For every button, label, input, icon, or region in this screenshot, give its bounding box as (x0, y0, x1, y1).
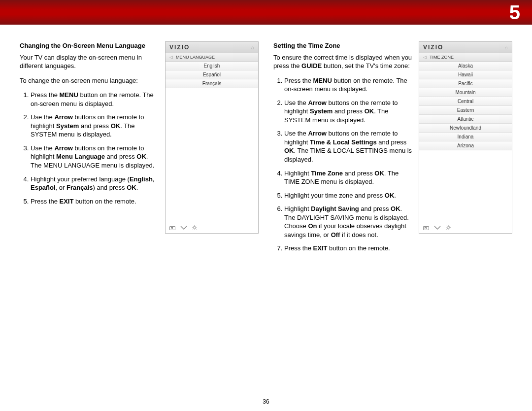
menu-footer (419, 223, 512, 233)
svg-line-8 (193, 229, 194, 230)
back-icon: ◁ (169, 55, 173, 60)
menu-title: MENU LANGUAGE (176, 55, 215, 60)
left-lead: To change the on-screen menu language: (20, 76, 159, 85)
left-intro: Your TV can display the on-screen menu i… (20, 53, 159, 70)
menu-item[interactable]: Indiana (419, 133, 512, 141)
vizio-logo: VIZIO (169, 44, 190, 51)
left-column: Changing the On-Screen Menu Language You… (20, 41, 259, 258)
svg-point-9 (447, 227, 450, 229)
chapter-header: 5 (0, 0, 532, 25)
list-item: Press the MENU button on the remote. The… (284, 76, 413, 94)
right-steps: Press the MENU button on the remote. The… (273, 76, 413, 253)
menu-item[interactable]: Eastern (419, 106, 512, 115)
menu-title: TIME ZONE (430, 55, 454, 60)
menu-item[interactable]: Newfoundland (419, 124, 512, 133)
right-column: Setting the Time Zone To ensure the corr… (273, 41, 512, 258)
left-heading: Changing the On-Screen Menu Language (20, 41, 159, 50)
left-steps: Press the MENU button on the remote. The… (20, 91, 159, 206)
svg-line-6 (196, 229, 197, 230)
menu-panel-header: VIZIO ⌂ (166, 42, 258, 53)
menu-panel-header: VIZIO ⌂ (419, 42, 512, 53)
menu-list: Alaska Hawaii Pacific Mountain Central E… (419, 62, 512, 150)
menu-item[interactable]: Pacific (419, 79, 512, 88)
menu-title-row: ◁ TIME ZONE (419, 53, 512, 62)
menu-footer (166, 223, 258, 233)
left-text: Changing the On-Screen Menu Language You… (20, 41, 159, 258)
page-number: 36 (263, 398, 269, 405)
list-item: Highlight Time Zone and press OK. The TI… (284, 169, 413, 186)
menu-list: English Español Français (166, 62, 258, 88)
menu-item[interactable]: Alaska (419, 62, 512, 70)
list-item: Press the MENU button on the remote. The… (31, 91, 159, 108)
menu-spacer (166, 88, 258, 223)
chevron-down-icon (434, 225, 441, 231)
svg-line-14 (447, 226, 447, 227)
menu-item[interactable]: Français (166, 79, 258, 88)
list-item: Use the Arrow buttons on the remote to h… (284, 129, 413, 164)
menu-item[interactable]: Hawaii (419, 70, 512, 79)
svg-line-15 (450, 229, 450, 230)
svg-line-17 (447, 229, 447, 230)
list-item: Highlight your time zone and press OK. (284, 191, 413, 200)
svg-line-5 (193, 226, 194, 227)
time-zone-panel: VIZIO ⌂ ◁ TIME ZONE Alaska Hawaii Pacifi… (419, 41, 512, 234)
list-item: Use the Arrow buttons on the remote to h… (284, 99, 413, 125)
menu-title-row: ◁ MENU LANGUAGE (166, 53, 258, 62)
list-item: Use the Arrow buttons on the remote to h… (31, 113, 159, 139)
home-icon: ⌂ (505, 45, 508, 50)
menu-spacer (419, 150, 512, 223)
list-item: Highlight your preferred language (Engli… (31, 175, 159, 192)
right-text: Setting the Time Zone To ensure the corr… (273, 41, 413, 258)
menu-item[interactable]: Atlantic (419, 115, 512, 124)
wide-icon (423, 226, 429, 230)
svg-point-0 (194, 227, 196, 229)
vizio-logo: VIZIO (423, 44, 443, 51)
menu-item[interactable]: Mountain (419, 88, 512, 97)
menu-item[interactable]: Central (419, 97, 512, 106)
wide-icon (169, 226, 175, 230)
svg-line-16 (450, 226, 450, 227)
list-item: Press the EXIT button on the remote. (284, 244, 413, 253)
page-body: Changing the On-Screen Menu Language You… (0, 25, 532, 258)
back-icon: ◁ (423, 55, 427, 60)
menu-language-panel: VIZIO ⌂ ◁ MENU LANGUAGE English Español … (165, 41, 259, 234)
list-item: Press the EXIT button on the remote. (31, 197, 159, 206)
list-item: Highlight Daylight Saving and press OK. … (284, 205, 413, 239)
home-icon: ⌂ (251, 45, 254, 50)
right-intro: To ensure the correct time is displayed … (273, 53, 413, 70)
menu-item[interactable]: Español (166, 70, 258, 79)
right-heading: Setting the Time Zone (273, 41, 413, 50)
list-item: Use the Arrow buttons on the remote to h… (31, 144, 159, 170)
menu-item[interactable]: English (166, 62, 258, 70)
gear-icon (446, 225, 451, 231)
svg-line-7 (196, 226, 197, 227)
chapter-number: 5 (509, 1, 520, 24)
gear-icon (192, 225, 197, 231)
chevron-down-icon (180, 225, 187, 231)
menu-item[interactable]: Arizona (419, 141, 512, 150)
